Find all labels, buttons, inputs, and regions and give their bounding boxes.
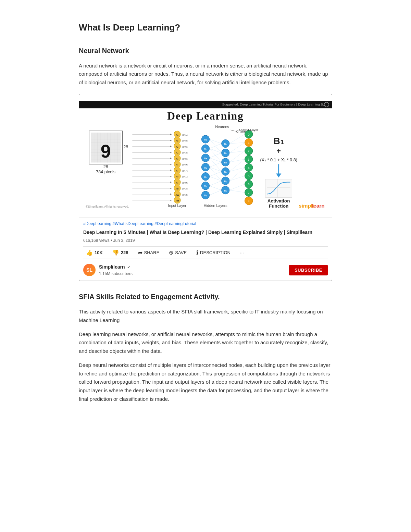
svg-text:7: 7 xyxy=(248,191,250,195)
svg-line-156 xyxy=(229,184,245,190)
svg-text:28: 28 xyxy=(103,164,108,169)
svg-line-115 xyxy=(210,153,222,158)
svg-text:B₃: B₃ xyxy=(204,157,207,160)
svg-text:X₁₁: X₁₁ xyxy=(175,193,179,196)
svg-text:3: 3 xyxy=(248,158,250,161)
more-icon: ··· xyxy=(240,250,244,255)
svg-text:+: + xyxy=(276,147,281,155)
svg-text:X₈: X₈ xyxy=(176,175,179,178)
svg-line-112 xyxy=(210,144,222,149)
svg-text:B₃: B₃ xyxy=(224,161,227,164)
sfia-heading: SFIA Skills Related to Engagement Activi… xyxy=(79,291,332,302)
svg-text:X₇: X₇ xyxy=(176,169,179,172)
sfia-para3: Deep neural networks consist of multiple… xyxy=(79,361,332,404)
like-icon: 👍 xyxy=(86,249,93,256)
svg-text:X₁₂: X₁₂ xyxy=(175,199,179,202)
sfia-para1: This activity related to various aspects… xyxy=(79,308,332,325)
svg-text:(0.1): (0.1) xyxy=(182,133,188,136)
svg-text:X₄: X₄ xyxy=(176,151,179,154)
save-label: SAVE xyxy=(175,250,187,255)
video-title: Deep Learning In 5 Minutes | What Is Dee… xyxy=(83,228,328,236)
channel-name: Simplilearn ✓ xyxy=(99,263,133,271)
svg-text:X₁: X₁ xyxy=(176,134,179,136)
video-embed[interactable]: Suggested: Deep Learning Tutorial For Be… xyxy=(79,94,332,281)
description-icon: ℹ xyxy=(196,249,198,256)
more-button[interactable]: ··· xyxy=(237,249,247,257)
svg-text:©Simplilearn. All rights reser: ©Simplilearn. All rights reserved. xyxy=(86,205,129,208)
svg-text:B₁: B₁ xyxy=(273,136,284,146)
svg-marker-162 xyxy=(276,173,282,177)
svg-text:Function: Function xyxy=(269,203,288,208)
svg-text:Hidden Layers: Hidden Layers xyxy=(204,203,227,207)
svg-line-123 xyxy=(210,181,222,186)
svg-line-146 xyxy=(229,134,245,144)
diagram-svg: Suggested: Deep Learning Tutorial For Be… xyxy=(79,94,332,218)
svg-text:i: i xyxy=(326,103,326,107)
svg-line-151 xyxy=(229,159,245,162)
svg-text:2: 2 xyxy=(248,149,250,153)
svg-text:9: 9 xyxy=(248,199,250,203)
svg-text:28: 28 xyxy=(123,145,128,149)
svg-text:(0.9): (0.9) xyxy=(182,163,188,166)
svg-line-12 xyxy=(231,130,236,131)
description-button[interactable]: ℹ DESCRIPTION xyxy=(194,248,233,257)
svg-text:B₆: B₆ xyxy=(204,185,207,188)
dislike-button[interactable]: 👎 228 xyxy=(110,248,131,257)
svg-text:Input Layer: Input Layer xyxy=(168,203,187,207)
svg-text:B₂: B₂ xyxy=(224,152,227,155)
svg-text:(X₁ * 0.1 + X₂ * 0.8): (X₁ * 0.1 + X₂ * 0.8) xyxy=(260,158,297,162)
video-thumbnail[interactable]: Suggested: Deep Learning Tutorial For Be… xyxy=(79,94,332,218)
share-button[interactable]: ➦ SHARE xyxy=(135,248,162,257)
save-icon: ⊕ xyxy=(169,249,173,256)
channel-details: Simplilearn ✓ 1.15M subscribers xyxy=(99,263,133,277)
svg-text:(0.8): (0.8) xyxy=(182,139,188,142)
channel-avatar: SL xyxy=(83,264,96,276)
svg-text:Deep  Learning: Deep Learning xyxy=(167,110,244,122)
neural-network-heading: Neural Network xyxy=(79,45,332,56)
svg-line-110 xyxy=(210,139,222,144)
svg-text:Neurons: Neurons xyxy=(215,125,229,129)
channel-info: SL Simplilearn ✓ 1.15M subscribers xyxy=(83,263,133,277)
svg-text:(0.3): (0.3) xyxy=(182,193,188,196)
save-button[interactable]: ⊕ SAVE xyxy=(166,248,189,257)
svg-text:X₆: X₆ xyxy=(176,163,179,166)
dislike-icon: 👎 xyxy=(112,249,119,256)
share-icon: ➦ xyxy=(138,249,142,256)
svg-text:learn: learn xyxy=(312,202,325,208)
svg-line-148 xyxy=(229,143,245,153)
svg-line-152 xyxy=(229,159,245,172)
verified-icon: ✓ xyxy=(127,265,130,270)
like-button[interactable]: 👍 10K xyxy=(83,248,105,257)
svg-text:(0.5): (0.5) xyxy=(182,157,188,160)
sfia-section: SFIA Skills Related to Engagement Activi… xyxy=(79,291,332,404)
svg-line-118 xyxy=(210,162,222,167)
svg-line-119 xyxy=(210,167,222,172)
svg-text:(0.3): (0.3) xyxy=(182,151,188,154)
svg-line-113 xyxy=(210,148,222,153)
svg-line-122 xyxy=(210,176,222,181)
svg-text:Suggested: Deep Learning Tutor: Suggested: Deep Learning Tutorial For Be… xyxy=(222,102,326,106)
svg-line-124 xyxy=(210,186,222,190)
sfia-para2: Deep learning neural networks, or artifi… xyxy=(79,330,332,356)
channel-subscribers: 1.15M subscribers xyxy=(99,271,133,277)
svg-line-121 xyxy=(210,171,222,176)
svg-line-116 xyxy=(210,158,222,162)
svg-text:B₄: B₄ xyxy=(204,166,207,169)
svg-text:9: 9 xyxy=(101,141,111,161)
svg-text:X₂: X₂ xyxy=(176,139,179,142)
svg-text:X₃: X₃ xyxy=(176,146,179,148)
subscribe-button[interactable]: SUBSCRIBE xyxy=(289,265,328,275)
svg-text:B₇: B₇ xyxy=(204,194,207,197)
svg-text:B₁: B₁ xyxy=(224,143,227,146)
svg-text:X₉: X₉ xyxy=(176,181,179,184)
svg-text:(0.2): (0.2) xyxy=(182,187,188,190)
svg-text:X₁₀: X₁₀ xyxy=(175,187,179,190)
svg-text:Activation: Activation xyxy=(267,198,290,203)
page-title: What Is Deep Learning? xyxy=(79,21,332,35)
svg-text:6: 6 xyxy=(248,183,250,186)
video-actions-bar: 👍 10K 👎 228 ➦ SHARE ⊕ SAVE ℹ DESCRIPTION… xyxy=(83,246,328,259)
video-info-bar: #DeepLearning #WhatIsDeepLearning #DeepL… xyxy=(79,218,332,281)
svg-text:784 pixels: 784 pixels xyxy=(96,170,115,174)
svg-text:5: 5 xyxy=(248,174,250,178)
svg-text:4: 4 xyxy=(248,166,250,170)
